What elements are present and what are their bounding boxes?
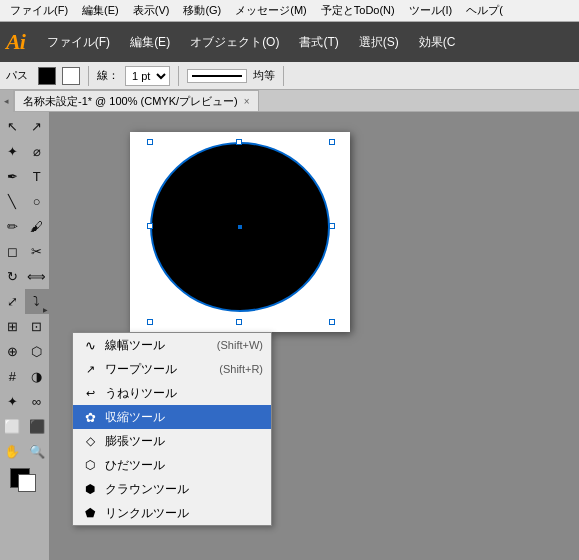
document-tab[interactable]: 名称未設定-1* @ 100% (CMYK/プレビュー) ×: [14, 90, 259, 111]
ai-menu-file[interactable]: ファイル(F): [37, 30, 120, 55]
hand-tool-button[interactable]: ✋: [0, 439, 25, 464]
pucker-tool-icon: ✿: [81, 408, 99, 426]
zoom-tool-button[interactable]: 🔍: [25, 439, 50, 464]
artboard: [130, 132, 350, 332]
wrinkle-tool-icon: ⬟: [81, 504, 99, 522]
bloat-tool-menu-item[interactable]: ◇ 膨張ツール: [73, 429, 271, 453]
wrinkle-tool-menu-item[interactable]: ⬟ リンクルツール: [73, 501, 271, 525]
os-menubar: ファイル(F) 編集(E) 表示(V) 移動(G) メッセージ(M) 予定とTo…: [0, 0, 579, 22]
tool-row-10: ⊕ ⬡: [0, 339, 49, 364]
stroke-weight-select[interactable]: 1 pt 2 pt 3 pt: [125, 66, 170, 86]
gradient-tool-button[interactable]: ◑: [25, 364, 50, 389]
live-paint-tool-button[interactable]: ⬡: [25, 339, 50, 364]
eyedropper-tool-button[interactable]: ✦: [0, 389, 25, 414]
tool-row-4: ╲ ○: [0, 189, 49, 214]
os-menu-edit[interactable]: 編集(E): [76, 1, 125, 20]
stroke-swatch[interactable]: [62, 67, 80, 85]
dash-style-preview[interactable]: [187, 69, 247, 83]
direct-select-tool-button[interactable]: ↗: [25, 114, 50, 139]
scallop-tool-menu-item[interactable]: ⬡ ひだツール: [73, 453, 271, 477]
magic-wand-tool-button[interactable]: ✦: [0, 139, 25, 164]
free-transform-tool-button[interactable]: ⊞: [0, 314, 25, 339]
twirl-tool-menu-item[interactable]: ↩ うねりツール: [73, 381, 271, 405]
main-area: ↖ ↗ ✦ ⌀ ✒ T ╲ ○ ✏ 🖌 ◻ ✂ ↻ ⟺: [0, 112, 579, 560]
circle-object[interactable]: [150, 142, 330, 312]
tool-submenu-arrow: ▶: [43, 306, 48, 313]
toolbar-separator-2: [178, 66, 179, 86]
fill-swatch[interactable]: [38, 67, 56, 85]
selection-tool-button[interactable]: ↖: [0, 114, 25, 139]
handle-middle-left[interactable]: [147, 223, 153, 229]
blob-brush-tool-button[interactable]: 🖌: [25, 214, 50, 239]
ai-menu-select[interactable]: 選択(S): [349, 30, 409, 55]
tool-row-7: ↻ ⟺: [0, 264, 49, 289]
warp-tool-label: ワープツール: [105, 361, 177, 378]
blend-tool-button[interactable]: ∞: [25, 389, 50, 414]
puppet-warp-tool-button[interactable]: ⊡: [25, 314, 50, 339]
pencil-tool-button[interactable]: ✏: [0, 214, 25, 239]
scale-tool-button[interactable]: ⤢: [0, 289, 25, 314]
text-tool-button[interactable]: T: [25, 164, 50, 189]
width-tool-icon: ∿: [81, 336, 99, 354]
os-menu-message[interactable]: メッセージ(M): [229, 1, 313, 20]
pen-tool-button[interactable]: ✒: [0, 164, 25, 189]
slice-tool-button[interactable]: ⬛: [25, 414, 50, 439]
path-label: パス: [6, 68, 28, 83]
ai-menu-object[interactable]: オブジェクト(O): [180, 30, 289, 55]
handle-bottom-left[interactable]: [147, 319, 153, 325]
handle-top-center[interactable]: [236, 139, 242, 145]
os-menu-schedule[interactable]: 予定とToDo(N): [315, 1, 401, 20]
os-menu-move[interactable]: 移動(G): [177, 1, 227, 20]
width-tool-label: 線幅ツール: [105, 337, 165, 354]
width-tool-menu-item[interactable]: ∿ 線幅ツール (Shift+W): [73, 333, 271, 357]
ai-menu-edit[interactable]: 編集(E): [120, 30, 180, 55]
ai-menu-effect[interactable]: 効果(C: [409, 30, 466, 55]
os-menu-help[interactable]: ヘルプ(: [460, 1, 509, 20]
mesh-tool-button[interactable]: #: [0, 364, 25, 389]
line-tool-button[interactable]: ╲: [0, 189, 25, 214]
warp-tool-menu-item[interactable]: ↗ ワープツール (Shift+R): [73, 357, 271, 381]
handle-top-left[interactable]: [147, 139, 153, 145]
warp-tool-button[interactable]: ⤵ ▶: [25, 289, 50, 314]
eraser-tool-button[interactable]: ◻: [0, 239, 25, 264]
reflect-tool-button[interactable]: ⟺: [25, 264, 50, 289]
stroke-label: 線：: [97, 68, 119, 83]
handle-bottom-right[interactable]: [329, 319, 335, 325]
ellipse-tool-button[interactable]: ○: [25, 189, 50, 214]
wrinkle-tool-label: リンクルツール: [105, 505, 189, 522]
tool-row-13: ⬜ ⬛: [0, 414, 49, 439]
tool-row-3: ✒ T: [0, 164, 49, 189]
rotate-tool-button[interactable]: ↻: [0, 264, 25, 289]
tab-close-button[interactable]: ×: [244, 96, 250, 107]
toolbox: ↖ ↗ ✦ ⌀ ✒ T ╲ ○ ✏ 🖌 ◻ ✂ ↻ ⟺: [0, 112, 50, 560]
handle-top-right[interactable]: [329, 139, 335, 145]
ai-logo: Ai: [6, 29, 25, 55]
lasso-tool-button[interactable]: ⌀: [25, 139, 50, 164]
os-menu-file[interactable]: ファイル(F): [4, 1, 74, 20]
crystallize-tool-menu-item[interactable]: ⬢ クラウンツール: [73, 477, 271, 501]
scissors-tool-button[interactable]: ✂: [25, 239, 50, 264]
handle-middle-right[interactable]: [329, 223, 335, 229]
tool-row-5: ✏ 🖌: [0, 214, 49, 239]
scallop-tool-icon: ⬡: [81, 456, 99, 474]
pucker-tool-menu-item[interactable]: ✿ 収縮ツール: [73, 405, 271, 429]
artboard-tool-button[interactable]: ⬜: [0, 414, 25, 439]
tool-row-2: ✦ ⌀: [0, 139, 49, 164]
handle-bottom-center[interactable]: [236, 319, 242, 325]
os-menu-view[interactable]: 表示(V): [127, 1, 176, 20]
dash-label: 均等: [253, 68, 275, 83]
stroke-color-swatch[interactable]: [18, 474, 36, 492]
tool-row-9: ⊞ ⊡: [0, 314, 49, 339]
crystallize-tool-icon: ⬢: [81, 480, 99, 498]
warp-tools-submenu: ∿ 線幅ツール (Shift+W) ↗ ワープツール (Shift+R) ↩ う…: [72, 332, 272, 526]
twirl-tool-icon: ↩: [81, 384, 99, 402]
os-menu-tools[interactable]: ツール(I): [403, 1, 458, 20]
tab-title: 名称未設定-1* @ 100% (CMYK/プレビュー): [23, 94, 238, 109]
twirl-tool-label: うねりツール: [105, 385, 177, 402]
ai-menu-type[interactable]: 書式(T): [289, 30, 348, 55]
shape-builder-tool-button[interactable]: ⊕: [0, 339, 25, 364]
tab-bar: ◂ 名称未設定-1* @ 100% (CMYK/プレビュー) ×: [0, 90, 579, 112]
crystallize-tool-label: クラウンツール: [105, 481, 189, 498]
canvas-area: ∿ 線幅ツール (Shift+W) ↗ ワープツール (Shift+R) ↩ う…: [50, 112, 579, 560]
panel-collapse-button[interactable]: ◂: [0, 90, 14, 112]
